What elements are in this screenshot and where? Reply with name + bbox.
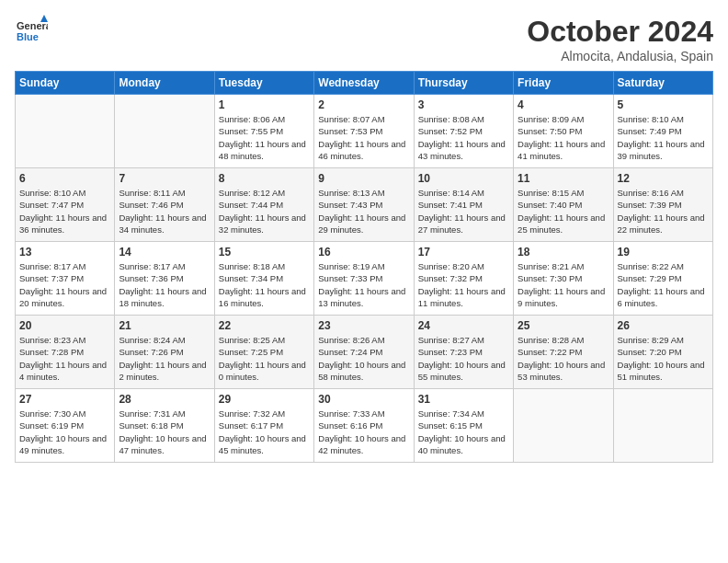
day-number: 14 — [119, 246, 210, 259]
calendar-cell: 6Sunrise: 8:10 AM Sunset: 7:47 PM Daylig… — [16, 168, 115, 242]
calendar-cell: 12Sunrise: 8:16 AM Sunset: 7:39 PM Dayli… — [613, 168, 712, 242]
day-info: Sunrise: 8:13 AM Sunset: 7:43 PM Dayligh… — [318, 187, 409, 236]
day-info: Sunrise: 7:34 AM Sunset: 6:15 PM Dayligh… — [418, 408, 509, 456]
calendar-week-4: 20Sunrise: 8:23 AM Sunset: 7:28 PM Dayli… — [16, 316, 713, 389]
day-info: Sunrise: 8:20 AM Sunset: 7:32 PM Dayligh… — [418, 260, 509, 309]
calendar-cell: 25Sunrise: 8:28 AM Sunset: 7:22 PM Dayli… — [514, 316, 613, 389]
day-info: Sunrise: 8:07 AM Sunset: 7:53 PM Dayligh… — [318, 113, 409, 162]
title-block: October 2024 Almocita, Andalusia, Spain — [527, 15, 713, 63]
day-number: 11 — [518, 172, 609, 185]
calendar-cell: 29Sunrise: 7:32 AM Sunset: 6:17 PM Dayli… — [214, 389, 313, 463]
calendar-cell: 5Sunrise: 8:10 AM Sunset: 7:49 PM Daylig… — [613, 95, 712, 168]
day-number: 30 — [318, 393, 409, 406]
day-number: 4 — [518, 98, 609, 111]
logo: General Blue — [15, 15, 51, 48]
day-info: Sunrise: 7:30 AM Sunset: 6:19 PM Dayligh… — [19, 408, 110, 456]
day-info: Sunrise: 8:21 AM Sunset: 7:30 PM Dayligh… — [518, 260, 609, 309]
day-info: Sunrise: 8:14 AM Sunset: 7:41 PM Dayligh… — [418, 187, 509, 236]
calendar-cell: 14Sunrise: 8:17 AM Sunset: 7:36 PM Dayli… — [115, 242, 214, 316]
day-number: 28 — [119, 393, 210, 406]
day-number: 26 — [618, 319, 709, 332]
calendar-cell: 11Sunrise: 8:15 AM Sunset: 7:40 PM Dayli… — [514, 168, 613, 242]
calendar-week-5: 27Sunrise: 7:30 AM Sunset: 6:19 PM Dayli… — [16, 389, 713, 463]
day-info: Sunrise: 8:19 AM Sunset: 7:33 PM Dayligh… — [318, 260, 409, 309]
svg-text:Blue: Blue — [17, 31, 39, 42]
calendar-cell: 7Sunrise: 8:11 AM Sunset: 7:46 PM Daylig… — [115, 168, 214, 242]
calendar-cell: 20Sunrise: 8:23 AM Sunset: 7:28 PM Dayli… — [16, 316, 115, 389]
calendar-cell: 1Sunrise: 8:06 AM Sunset: 7:55 PM Daylig… — [214, 95, 313, 168]
calendar-cell: 9Sunrise: 8:13 AM Sunset: 7:43 PM Daylig… — [314, 168, 414, 242]
day-number: 31 — [418, 393, 509, 406]
day-number: 1 — [219, 98, 310, 111]
weekday-header-tuesday: Tuesday — [214, 72, 313, 95]
day-number: 22 — [219, 319, 310, 332]
day-info: Sunrise: 8:06 AM Sunset: 7:55 PM Dayligh… — [219, 113, 310, 162]
calendar-cell: 18Sunrise: 8:21 AM Sunset: 7:30 PM Dayli… — [514, 242, 613, 316]
day-info: Sunrise: 8:15 AM Sunset: 7:40 PM Dayligh… — [518, 187, 609, 236]
day-info: Sunrise: 7:32 AM Sunset: 6:17 PM Dayligh… — [219, 408, 310, 456]
calendar-cell: 27Sunrise: 7:30 AM Sunset: 6:19 PM Dayli… — [16, 389, 115, 463]
day-number: 23 — [318, 319, 409, 332]
day-number: 15 — [219, 246, 310, 259]
calendar-cell: 2Sunrise: 8:07 AM Sunset: 7:53 PM Daylig… — [314, 95, 414, 168]
day-info: Sunrise: 8:10 AM Sunset: 7:49 PM Dayligh… — [618, 113, 709, 162]
day-number: 21 — [119, 319, 210, 332]
day-info: Sunrise: 8:17 AM Sunset: 7:36 PM Dayligh… — [119, 260, 210, 309]
calendar-cell: 30Sunrise: 7:33 AM Sunset: 6:16 PM Dayli… — [314, 389, 414, 463]
calendar-cell: 15Sunrise: 8:18 AM Sunset: 7:34 PM Dayli… — [214, 242, 313, 316]
calendar-cell: 10Sunrise: 8:14 AM Sunset: 7:41 PM Dayli… — [414, 168, 513, 242]
day-info: Sunrise: 8:16 AM Sunset: 7:39 PM Dayligh… — [618, 187, 709, 236]
calendar-cell: 17Sunrise: 8:20 AM Sunset: 7:32 PM Dayli… — [414, 242, 513, 316]
day-info: Sunrise: 8:18 AM Sunset: 7:34 PM Dayligh… — [219, 260, 310, 309]
calendar-cell: 3Sunrise: 8:08 AM Sunset: 7:52 PM Daylig… — [414, 95, 513, 168]
day-info: Sunrise: 8:24 AM Sunset: 7:26 PM Dayligh… — [119, 334, 210, 383]
month-year: October 2024 — [527, 15, 713, 49]
weekday-header-saturday: Saturday — [613, 72, 712, 95]
day-number: 17 — [418, 246, 509, 259]
day-number: 25 — [518, 319, 609, 332]
calendar-week-3: 13Sunrise: 8:17 AM Sunset: 7:37 PM Dayli… — [16, 242, 713, 316]
calendar-cell: 28Sunrise: 7:31 AM Sunset: 6:18 PM Dayli… — [115, 389, 214, 463]
day-number: 12 — [618, 172, 709, 185]
calendar-cell: 8Sunrise: 8:12 AM Sunset: 7:44 PM Daylig… — [214, 168, 313, 242]
weekday-header-monday: Monday — [115, 72, 214, 95]
calendar-cell: 16Sunrise: 8:19 AM Sunset: 7:33 PM Dayli… — [314, 242, 414, 316]
calendar-table: SundayMondayTuesdayWednesdayThursdayFrid… — [15, 71, 713, 463]
day-info: Sunrise: 7:33 AM Sunset: 6:16 PM Dayligh… — [318, 408, 409, 456]
day-number: 5 — [618, 98, 709, 111]
logo-icon: General Blue — [15, 15, 48, 48]
svg-marker-2 — [40, 15, 48, 22]
calendar-cell: 13Sunrise: 8:17 AM Sunset: 7:37 PM Dayli… — [16, 242, 115, 316]
day-number: 16 — [318, 246, 409, 259]
day-number: 18 — [518, 246, 609, 259]
calendar-cell: 31Sunrise: 7:34 AM Sunset: 6:15 PM Dayli… — [414, 389, 513, 463]
day-info: Sunrise: 8:26 AM Sunset: 7:24 PM Dayligh… — [318, 334, 409, 383]
calendar-week-2: 6Sunrise: 8:10 AM Sunset: 7:47 PM Daylig… — [16, 168, 713, 242]
calendar-cell — [613, 389, 712, 463]
day-number: 20 — [19, 319, 110, 332]
calendar-cell — [115, 95, 214, 168]
day-info: Sunrise: 8:23 AM Sunset: 7:28 PM Dayligh… — [19, 334, 110, 383]
calendar-week-1: 1Sunrise: 8:06 AM Sunset: 7:55 PM Daylig… — [16, 95, 713, 168]
day-number: 2 — [318, 98, 409, 111]
day-info: Sunrise: 8:25 AM Sunset: 7:25 PM Dayligh… — [219, 334, 310, 383]
calendar-cell: 4Sunrise: 8:09 AM Sunset: 7:50 PM Daylig… — [514, 95, 613, 168]
calendar-cell: 23Sunrise: 8:26 AM Sunset: 7:24 PM Dayli… — [314, 316, 414, 389]
weekday-header-wednesday: Wednesday — [314, 72, 414, 95]
day-info: Sunrise: 8:29 AM Sunset: 7:20 PM Dayligh… — [618, 334, 709, 383]
calendar-cell: 19Sunrise: 8:22 AM Sunset: 7:29 PM Dayli… — [613, 242, 712, 316]
day-number: 13 — [19, 246, 110, 259]
day-number: 24 — [418, 319, 509, 332]
day-info: Sunrise: 8:12 AM Sunset: 7:44 PM Dayligh… — [219, 187, 310, 236]
calendar-cell — [16, 95, 115, 168]
day-info: Sunrise: 7:31 AM Sunset: 6:18 PM Dayligh… — [119, 408, 210, 456]
day-info: Sunrise: 8:28 AM Sunset: 7:22 PM Dayligh… — [518, 334, 609, 383]
calendar-cell: 24Sunrise: 8:27 AM Sunset: 7:23 PM Dayli… — [414, 316, 513, 389]
weekday-header-row: SundayMondayTuesdayWednesdayThursdayFrid… — [16, 72, 713, 95]
day-info: Sunrise: 8:10 AM Sunset: 7:47 PM Dayligh… — [19, 187, 110, 236]
day-number: 7 — [119, 172, 210, 185]
day-info: Sunrise: 8:09 AM Sunset: 7:50 PM Dayligh… — [518, 113, 609, 162]
calendar-cell — [514, 389, 613, 463]
page-header: General Blue October 2024 Almocita, Anda… — [15, 15, 713, 63]
day-info: Sunrise: 8:11 AM Sunset: 7:46 PM Dayligh… — [119, 187, 210, 236]
